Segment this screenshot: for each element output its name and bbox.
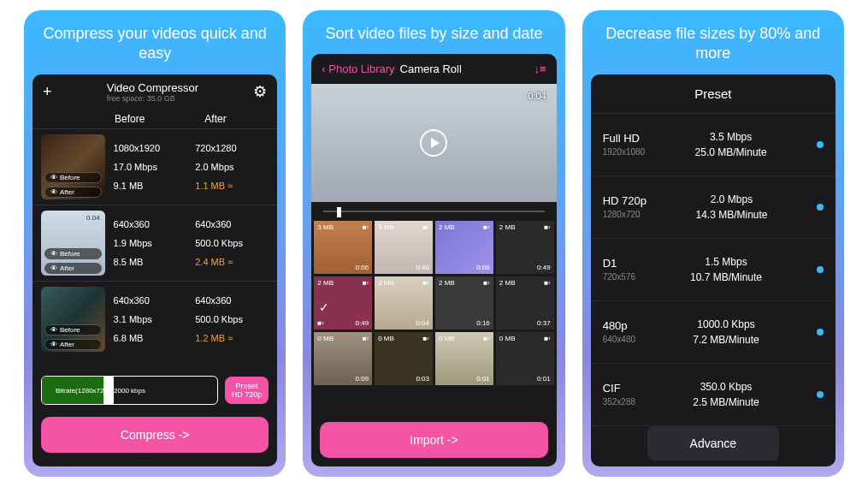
grid-item[interactable]: 0 MB■‹0:01	[435, 332, 493, 385]
add-icon[interactable]: +	[43, 83, 52, 101]
preset-title: Preset	[591, 74, 836, 114]
video-grid: 3 MB■‹0:06 3 MB■‹0:40 2 MB■‹0:06 2 MB■‹0…	[311, 221, 556, 413]
back-button[interactable]: ‹ Photo Library	[322, 62, 394, 75]
preset-card: Preset Full HD1920x1080 3.5 Mbps25.0 MB/…	[591, 74, 836, 466]
scrubber[interactable]	[311, 202, 556, 221]
radio-icon	[817, 391, 824, 398]
grid-item[interactable]: 0 MB■‹0:09	[314, 332, 372, 385]
eye-icon[interactable]: 👁 Before	[44, 248, 102, 259]
grid-item[interactable]: 3 MB■‹0:06	[314, 221, 372, 274]
video-row[interactable]: 👁 Before 👁 After 1080x192017.0 Mbps9.1 M…	[32, 128, 277, 205]
thumbnail: 0.04 👁 Before 👁 After	[41, 211, 105, 276]
check-icon: ✓	[319, 300, 329, 314]
play-icon[interactable]	[420, 129, 447, 157]
grid-item[interactable]: 2 MB■‹0:06	[435, 221, 493, 274]
video-preview[interactable]: 0:04	[311, 84, 556, 202]
grid-item[interactable]: 0 MB■‹0:03	[375, 332, 433, 385]
preset-row[interactable]: CIF352x288 350.0 Kbps2.5 MB/Minute	[591, 364, 836, 426]
compress-card: + Video Compressor free space: 35.0 GB ⚙…	[32, 74, 277, 466]
eye-icon[interactable]: 👁 After	[44, 339, 102, 350]
library-card: ‹ Photo Library Camera Roll ↓≡ 0:04 3 MB…	[311, 54, 556, 466]
radio-icon	[817, 266, 824, 273]
caption: Decrease file sizes by 80% and more	[582, 10, 844, 74]
video-row[interactable]: 0.04 👁 Before 👁 After 640x3601.9 Mbps8.5…	[32, 205, 277, 281]
radio-icon	[817, 329, 824, 336]
import-button[interactable]: Import ->	[320, 422, 547, 458]
grid-item[interactable]: 3 MB■‹0:40	[375, 221, 433, 274]
eye-icon[interactable]: 👁 After	[44, 187, 102, 198]
grid-item[interactable]: 2 MB■‹0:37	[496, 276, 554, 330]
panel-library: Sort video files by size and date ‹ Phot…	[303, 10, 564, 477]
grid-item[interactable]: 2 MB■‹0:16	[435, 276, 493, 330]
video-row[interactable]: 👁 Before 👁 After 640x3603.1 Mbps6.8 MB 6…	[32, 281, 277, 357]
nav-title: Camera Roll	[400, 62, 462, 75]
gear-icon[interactable]: ⚙	[253, 82, 267, 101]
eye-icon[interactable]: 👁 Before	[44, 172, 102, 183]
advance-button[interactable]: Advance	[647, 426, 779, 460]
radio-icon	[817, 141, 824, 148]
panel-compress: Compress your videos quick and easy + Vi…	[24, 10, 286, 477]
eye-icon[interactable]: 👁 After	[44, 263, 102, 274]
radio-icon	[817, 204, 824, 211]
column-headers: BeforeAfter	[32, 110, 277, 128]
preset-row[interactable]: HD 720p1280x720 2.0 Mbps14.3 MB/Minute	[591, 176, 836, 239]
grid-item[interactable]: 0 MB■‹0:01	[496, 332, 554, 385]
grid-item-selected[interactable]: 2 MB■‹✓■‹0:49	[314, 276, 372, 330]
preset-button[interactable]: PresetHD 720p	[225, 377, 269, 404]
bitrate-slider[interactable]: Bitrate(1280x720): 2000 kbps	[41, 376, 218, 405]
panel-preset: Decrease file sizes by 80% and more Pres…	[582, 10, 844, 477]
thumbnail: 👁 Before 👁 After	[41, 287, 105, 352]
caption: Sort video files by size and date	[303, 10, 564, 54]
eye-icon[interactable]: 👁 Before	[44, 324, 102, 336]
thumbnail: 👁 Before 👁 After	[41, 134, 105, 199]
compress-button[interactable]: Compress ->	[41, 417, 269, 453]
grid-item[interactable]: 2 MB■‹0:04	[375, 276, 433, 330]
app-title: Video Compressor free space: 35.0 GB	[107, 81, 198, 103]
grid-item[interactable]: 2 MB■‹0:49	[496, 221, 554, 274]
preset-row[interactable]: D1720x576 1.5 Mbps10.7 MB/Minute	[591, 239, 836, 301]
preset-row[interactable]: 480p640x480 1000.0 Kbps7.2 MB/Minute	[591, 301, 836, 364]
preset-row[interactable]: Full HD1920x1080 3.5 Mbps25.0 MB/Minute	[591, 114, 836, 176]
sort-icon[interactable]: ↓≡	[534, 62, 546, 75]
caption: Compress your videos quick and easy	[24, 10, 286, 74]
